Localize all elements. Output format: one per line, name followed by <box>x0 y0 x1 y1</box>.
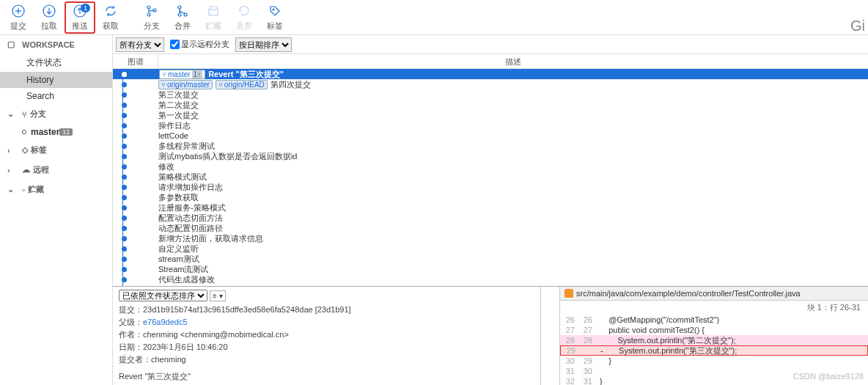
pull-button[interactable]: 拉取 <box>34 1 65 34</box>
svg-point-10 <box>178 6 181 9</box>
commit-dot-icon <box>122 195 127 200</box>
chevron-right-icon: › <box>7 146 19 155</box>
commit-row[interactable]: 多线程异常测试 <box>113 141 868 151</box>
sidebar: ▢ WORKSPACE 文件状态 History Search ⌄⑂分支 mas… <box>0 35 113 385</box>
commit-row[interactable]: 多参数获取 <box>113 192 868 202</box>
sort-filter[interactable]: 按日期排序 <box>235 37 292 52</box>
commit-row[interactable]: 动态配置切面路径 <box>113 223 868 233</box>
workspace-section[interactable]: ▢ WORKSPACE <box>0 35 112 54</box>
col-graph[interactable]: 图谱 <box>113 54 158 68</box>
search-item[interactable]: Search <box>0 88 112 104</box>
commit-row[interactable]: 配置动态切面方法 <box>113 213 868 223</box>
arrow-down-circle-icon <box>41 3 57 19</box>
commit-row[interactable]: 操作日志 <box>113 120 868 131</box>
commit-row[interactable]: ⑂master1↑Revert "第三次提交" <box>113 69 868 79</box>
diff-line: 29- System.out.println("第三次提交"); <box>560 345 868 356</box>
commit-dot-icon <box>122 277 127 282</box>
tag-button[interactable]: 标签 <box>260 1 290 34</box>
grid-header: 图谱 描述 <box>113 54 868 69</box>
commit-row[interactable]: 第三次提交 <box>113 89 868 100</box>
show-remote-toggle[interactable]: 显示远程分支 <box>170 39 229 50</box>
file-path[interactable]: src/main/java/com/example/demo/controlle… <box>560 287 868 301</box>
stash-icon <box>205 3 221 19</box>
commit-dot-icon <box>122 185 127 190</box>
branch-filter[interactable]: 所有分支 <box>116 37 164 52</box>
commit-row[interactable]: 自定义监听 <box>113 243 868 254</box>
fetch-button[interactable]: 获取 <box>95 1 126 34</box>
history-item[interactable]: History <box>0 72 112 88</box>
branch-tag[interactable]: ⑂origin/HEAD <box>216 80 268 89</box>
push-button[interactable]: 1 推送 <box>65 1 95 34</box>
commit-row[interactable]: 策略模式测试 <box>113 172 868 182</box>
commit-dot-icon <box>122 267 127 272</box>
branch-master-item[interactable]: master11 <box>0 124 112 140</box>
commit-row[interactable]: 测试mybatis插入数据是否会返回数据id <box>113 151 868 161</box>
diff-line: 2727 public void commitTest2() { <box>560 325 868 335</box>
commit-dot-icon <box>122 175 127 180</box>
tag-icon: ◇ <box>22 145 28 155</box>
options-button[interactable]: ≡ ▾ <box>210 290 226 301</box>
commit-list[interactable]: ⑂master1↑Revert "第三次提交"⑂origin/master⑂or… <box>113 69 868 286</box>
commit-button[interactable]: 提交 <box>3 1 34 34</box>
commit-dot-icon <box>122 133 127 139</box>
commit-row[interactable]: 注册服务-策略模式 <box>113 202 868 213</box>
commit-dot-icon <box>122 154 127 159</box>
commit-row[interactable]: 代码生成器修改 <box>113 274 868 285</box>
commit-row[interactable]: lettCode <box>113 131 868 141</box>
parent-hash[interactable]: e76a9dedc5 <box>143 318 188 326</box>
commit-row[interactable]: 删除.mvn <box>113 285 868 286</box>
commit-row[interactable]: 第二次提交 <box>113 100 868 110</box>
branch-tag[interactable]: ⑂origin/master <box>158 80 213 89</box>
commit-dot-icon <box>122 226 127 231</box>
merge-button[interactable]: 合并 <box>167 1 198 34</box>
commit-row[interactable]: 修改 <box>113 161 868 172</box>
commit-dot-icon <box>122 92 127 98</box>
commit-row[interactable]: Stream流测试 <box>113 264 868 274</box>
cloud-icon: ☁ <box>22 165 30 175</box>
hunk-header: 块 1：行 26-31 <box>560 301 868 315</box>
commit-dot-icon <box>122 216 127 221</box>
commit-dot-icon <box>122 72 127 77</box>
col-desc[interactable]: 描述 <box>158 54 868 68</box>
commit-row[interactable]: 第一次提交 <box>113 110 868 120</box>
commit-dot-icon <box>122 82 127 87</box>
commit-dot-icon <box>122 164 127 169</box>
box-icon: ▫ <box>22 186 25 194</box>
stashes-section[interactable]: ⌄▫贮藏 <box>0 180 112 199</box>
commit-row[interactable]: ⑂origin/master⑂origin/HEAD第四次提交 <box>113 79 868 89</box>
plus-circle-icon <box>10 3 26 19</box>
svg-point-7 <box>147 6 150 9</box>
filter-bar: 所有分支 显示远程分支 按日期排序 <box>113 35 868 54</box>
chevron-down-icon: ⌄ <box>7 109 19 119</box>
svg-point-14 <box>273 9 274 10</box>
tag-icon <box>267 3 283 19</box>
svg-point-8 <box>147 13 150 16</box>
branch-button[interactable]: 分支 <box>136 1 167 34</box>
diff-line: 2626 @GetMapping("/commitTest2") <box>560 315 868 325</box>
push-badge: 1 <box>81 4 90 12</box>
file-status-item[interactable]: 文件状态 <box>0 54 112 72</box>
commit-message: Revert "第三次提交" <box>119 371 534 382</box>
tags-section[interactable]: ›◇标签 <box>0 140 112 160</box>
show-remote-checkbox[interactable] <box>170 40 180 49</box>
commit-dot-icon <box>122 205 127 210</box>
branch-tag[interactable]: ⑂master1↑ <box>159 70 205 79</box>
remotes-section[interactable]: ›☁远程 <box>0 160 112 180</box>
svg-point-11 <box>178 13 181 16</box>
commit-dot-icon <box>122 236 127 241</box>
splitter[interactable] <box>541 287 560 385</box>
commit-row[interactable]: 请求增加操作日志 <box>113 182 868 192</box>
commit-dot-icon <box>122 123 127 128</box>
ahead-count: 11 <box>59 128 73 136</box>
branch-icon <box>144 3 160 19</box>
branches-section[interactable]: ⌄⑂分支 <box>0 104 112 124</box>
stash-button: 贮藏 <box>198 1 229 34</box>
file-icon <box>564 289 573 298</box>
diff-line: 3029 } <box>560 356 868 366</box>
commit-row[interactable]: stream测试 <box>113 254 868 264</box>
file-sort-select[interactable]: 已依照文件状态排序 <box>119 290 207 301</box>
commit-row[interactable]: 新增方法切面，获取请求信息 <box>113 233 868 243</box>
commit-dot-icon <box>122 113 127 118</box>
merge-icon <box>174 3 191 19</box>
chevron-right-icon: › <box>7 166 19 175</box>
